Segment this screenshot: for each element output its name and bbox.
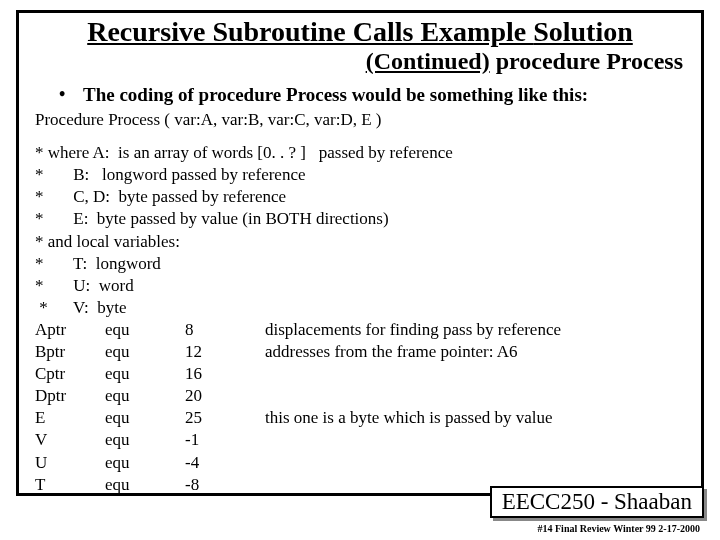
equ-row: E equ 25 this one is a byte which is pas… xyxy=(35,407,689,429)
slide-frame: Recursive Subroutine Calls Example Solut… xyxy=(16,10,704,496)
equ-kw: equ xyxy=(105,474,185,496)
equ-note: displacements for finding pass by refere… xyxy=(265,319,689,341)
title-line2: (Continued) procedure Process xyxy=(31,48,689,74)
comment-block: * where A: is an array of words [0. . ? … xyxy=(31,142,689,319)
equ-row: Cptr equ 16 xyxy=(35,363,689,385)
equ-val: 25 xyxy=(185,407,265,429)
equ-row: Aptr equ 8 displacements for finding pas… xyxy=(35,319,689,341)
equ-kw: equ xyxy=(105,452,185,474)
equ-kw: equ xyxy=(105,341,185,363)
equ-name: U xyxy=(35,452,105,474)
equ-val: -1 xyxy=(185,429,265,451)
equ-note: this one is a byte which is passed by va… xyxy=(265,407,689,429)
title-line1: Recursive Subroutine Calls Example Solut… xyxy=(31,17,689,48)
comment-line: * E: byte passed by value (in BOTH direc… xyxy=(35,208,689,230)
comment-line: * where A: is an array of words [0. . ? … xyxy=(35,142,689,164)
equ-val: -4 xyxy=(185,452,265,474)
equ-kw: equ xyxy=(105,385,185,407)
equ-kw: equ xyxy=(105,429,185,451)
equ-note xyxy=(265,452,689,474)
comment-line: * C, D: byte passed by reference xyxy=(35,186,689,208)
equ-val: -8 xyxy=(185,474,265,496)
equ-val: 8 xyxy=(185,319,265,341)
equ-row: U equ -4 xyxy=(35,452,689,474)
comment-line: * U: word xyxy=(35,275,689,297)
procedure-signature: Procedure Process ( var:A, var:B, var:C,… xyxy=(31,110,689,130)
equ-note xyxy=(265,363,689,385)
equ-note: addresses from the frame pointer: A6 xyxy=(265,341,689,363)
equ-val: 12 xyxy=(185,341,265,363)
comment-line: * V: byte xyxy=(35,297,689,319)
title-solution: Solution xyxy=(533,16,633,47)
comment-line: * T: longword xyxy=(35,253,689,275)
equ-kw: equ xyxy=(105,319,185,341)
equ-name: Dptr xyxy=(35,385,105,407)
equ-name: Bptr xyxy=(35,341,105,363)
equ-row: Bptr equ 12 addresses from the frame poi… xyxy=(35,341,689,363)
equ-row: Dptr equ 20 xyxy=(35,385,689,407)
title-main: Recursive Subroutine Calls Example xyxy=(87,16,533,47)
footer-box: EECC250 - Shaaban xyxy=(490,486,704,518)
equ-note xyxy=(265,385,689,407)
equ-name: Aptr xyxy=(35,319,105,341)
comment-line: * B: longword passed by reference xyxy=(35,164,689,186)
equ-val: 16 xyxy=(185,363,265,385)
equ-name: Cptr xyxy=(35,363,105,385)
equ-kw: equ xyxy=(105,363,185,385)
equ-kw: equ xyxy=(105,407,185,429)
bullet-dot: • xyxy=(59,84,83,106)
title-proc: procedure Process xyxy=(490,48,683,74)
title-continued: (Continued) xyxy=(366,48,490,74)
bullet-text: The coding of procedure Process would be… xyxy=(83,84,588,106)
equ-name: V xyxy=(35,429,105,451)
equ-table: Aptr equ 8 displacements for finding pas… xyxy=(31,319,689,496)
equ-name: E xyxy=(35,407,105,429)
footer-note: #14 Final Review Winter 99 2-17-2000 xyxy=(538,523,701,534)
equ-name: T xyxy=(35,474,105,496)
bullet-row: • The coding of procedure Process would … xyxy=(31,84,689,106)
equ-note xyxy=(265,429,689,451)
equ-val: 20 xyxy=(185,385,265,407)
equ-row: V equ -1 xyxy=(35,429,689,451)
comment-line: * and local variables: xyxy=(35,231,689,253)
